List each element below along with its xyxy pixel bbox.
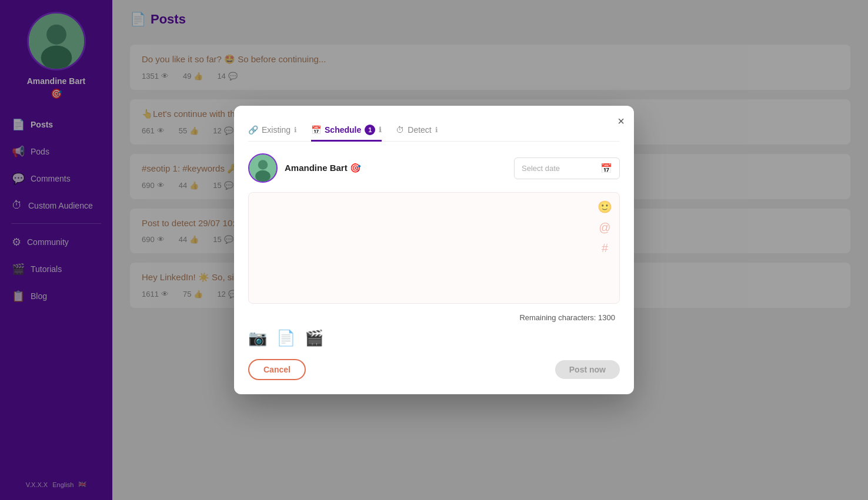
remaining-chars-label: Remaining characters: <box>519 313 596 322</box>
detect-tab-label: Detect <box>408 125 431 135</box>
hashtag-button[interactable]: # <box>597 241 612 255</box>
schedule-tab-label: Schedule <box>325 125 361 135</box>
schedule-tab-info-icon: ℹ <box>379 126 382 134</box>
author-info: Amandine Bart 🎯 <box>248 153 361 183</box>
emoji-button[interactable]: 🙂 <box>597 200 612 214</box>
mention-button[interactable]: @ <box>597 221 612 234</box>
modal-close-button[interactable]: × <box>617 115 625 127</box>
remaining-chars-value: 1300 <box>598 313 615 322</box>
modal-author-row: Amandine Bart 🎯 Select date 📅 <box>248 153 620 183</box>
calendar-icon: 📅 <box>600 163 612 174</box>
cancel-button[interactable]: Cancel <box>248 359 306 380</box>
schedule-tab-badge: 1 <box>365 125 375 135</box>
svg-point-5 <box>255 170 271 182</box>
tab-detect[interactable]: ⏱ Detect ℹ <box>396 120 438 142</box>
detect-tab-icon: ⏱ <box>396 125 404 135</box>
pdf-upload-button[interactable]: 📄 <box>276 329 295 347</box>
compose-area: 🙂 @ # <box>248 192 620 304</box>
remaining-chars: Remaining characters: 1300 <box>248 311 620 324</box>
svg-point-4 <box>258 160 268 170</box>
schedule-tab-icon: 📅 <box>311 125 321 135</box>
post-now-button[interactable]: Post now <box>555 360 620 379</box>
existing-tab-icon: 🔗 <box>248 125 258 135</box>
tab-schedule[interactable]: 📅 Schedule 1 ℹ <box>311 120 382 142</box>
author-avatar <box>248 153 278 183</box>
compose-modal: × 🔗 Existing ℹ 📅 Schedule 1 ℹ ⏱ Detect ℹ <box>234 106 634 394</box>
detect-tab-info-icon: ℹ <box>435 126 438 134</box>
photo-upload-button[interactable]: 📷 <box>248 329 267 347</box>
video-upload-button[interactable]: 🎬 <box>305 329 323 347</box>
tab-existing[interactable]: 🔗 Existing ℹ <box>248 120 297 142</box>
author-name: Amandine Bart 🎯 <box>285 163 361 173</box>
existing-tab-label: Existing <box>262 125 291 135</box>
date-placeholder: Select date <box>522 164 596 173</box>
modal-overlay[interactable]: × 🔗 Existing ℹ 📅 Schedule 1 ℹ ⏱ Detect ℹ <box>0 0 868 500</box>
existing-tab-info-icon: ℹ <box>294 126 297 134</box>
date-input-wrapper[interactable]: Select date 📅 <box>514 157 620 179</box>
media-buttons: 📷 📄 🎬 <box>248 329 620 347</box>
modal-tabs: 🔗 Existing ℹ 📅 Schedule 1 ℹ ⏱ Detect ℹ <box>248 120 620 142</box>
compose-icons: 🙂 @ # <box>597 200 612 255</box>
modal-actions: Cancel Post now <box>248 359 620 380</box>
compose-textarea[interactable] <box>256 200 591 294</box>
